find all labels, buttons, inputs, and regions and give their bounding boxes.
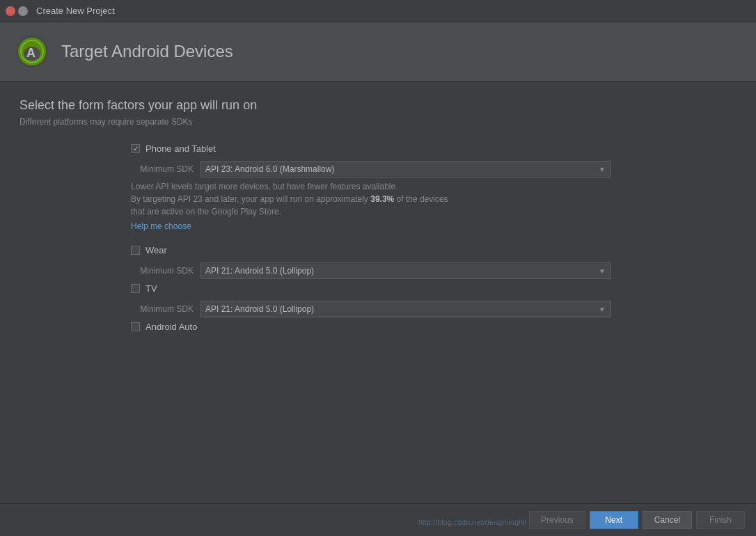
tv-section: TV Minimum SDK API 21: Android 5.0 (Loll… xyxy=(19,283,737,317)
wear-sdk-label: Minimum SDK xyxy=(131,266,194,276)
phone-tablet-section: Phone and Tablet Minimum SDK API 23: And… xyxy=(19,143,737,245)
android-logo-icon: A xyxy=(14,33,50,70)
help-me-choose-link[interactable]: Help me choose xyxy=(131,221,191,231)
info-line2-start: By targeting API 23 and later, your app … xyxy=(131,194,370,204)
phone-tablet-sdk-select-wrapper[interactable]: API 23: Android 6.0 (Marshmallow) xyxy=(200,161,611,178)
info-percentage: 39.3% xyxy=(370,194,394,204)
wear-sdk-row: Minimum SDK API 21: Android 5.0 (Lollipo… xyxy=(131,262,737,279)
phone-tablet-info-line3: that are active on the Google Play Store… xyxy=(131,207,542,216)
bottom-bar: http://blog.csdn.net/dengminghli Previou… xyxy=(0,503,756,536)
phone-tablet-sdk-label: Minimum SDK xyxy=(131,164,194,174)
android-auto-section: Android Auto xyxy=(19,322,737,332)
wear-section: Wear Minimum SDK API 21: Android 5.0 (Lo… xyxy=(19,245,737,279)
previous-button[interactable]: Previous xyxy=(529,511,585,529)
dialog-title: Target Android Devices xyxy=(61,42,233,61)
phone-tablet-sdk-select[interactable]: API 23: Android 6.0 (Marshmallow) xyxy=(200,161,611,178)
phone-tablet-info-line1: Lower API levels target more devices, bu… xyxy=(131,182,542,191)
tv-row: TV xyxy=(131,283,737,294)
wear-sdk-select-wrapper[interactable]: API 21: Android 5.0 (Lollipop) xyxy=(200,262,611,279)
tv-label[interactable]: TV xyxy=(145,283,157,294)
tv-sdk-label: Minimum SDK xyxy=(131,304,194,314)
phone-tablet-label[interactable]: Phone and Tablet xyxy=(145,143,216,154)
main-content: Select the form factors your app will ru… xyxy=(0,81,756,356)
tv-sdk-row: Minimum SDK API 21: Android 5.0 (Lollipo… xyxy=(131,301,737,317)
info-line2-end: of the devices xyxy=(394,194,448,204)
phone-tablet-row: Phone and Tablet xyxy=(131,143,737,154)
phone-tablet-sdk-row: Minimum SDK API 23: Android 6.0 (Marshma… xyxy=(131,161,737,178)
close-button[interactable] xyxy=(6,6,15,16)
tv-sdk-select[interactable]: API 21: Android 5.0 (Lollipop) xyxy=(200,301,611,317)
android-auto-checkbox[interactable] xyxy=(131,322,140,331)
finish-button[interactable]: Finish xyxy=(696,511,745,529)
phone-tablet-info-line2: By targeting API 23 and later, your app … xyxy=(131,194,542,204)
svg-text:A: A xyxy=(26,46,36,60)
wear-label[interactable]: Wear xyxy=(145,245,167,255)
android-auto-label[interactable]: Android Auto xyxy=(145,322,197,332)
android-auto-row: Android Auto xyxy=(131,322,737,332)
minimize-button[interactable] xyxy=(18,6,28,16)
window-title: Create New Project xyxy=(36,6,115,16)
tv-checkbox[interactable] xyxy=(131,284,140,293)
watermark: http://blog.csdn.net/dengminghli xyxy=(418,518,526,526)
dialog-header: A Target Android Devices xyxy=(0,22,756,81)
title-bar: Create New Project xyxy=(0,0,756,22)
section-title: Select the form factors your app will ru… xyxy=(19,98,737,113)
wear-sdk-select[interactable]: API 21: Android 5.0 (Lollipop) xyxy=(200,262,611,279)
wear-checkbox[interactable] xyxy=(131,246,140,255)
window-controls[interactable] xyxy=(6,6,28,16)
tv-sdk-select-wrapper[interactable]: API 21: Android 5.0 (Lollipop) xyxy=(200,301,611,317)
section-subtitle: Different platforms may require separate… xyxy=(19,117,737,127)
next-button[interactable]: Next xyxy=(590,511,638,529)
wear-row: Wear xyxy=(131,245,737,255)
phone-tablet-checkbox[interactable] xyxy=(131,144,140,153)
cancel-button[interactable]: Cancel xyxy=(643,511,692,529)
